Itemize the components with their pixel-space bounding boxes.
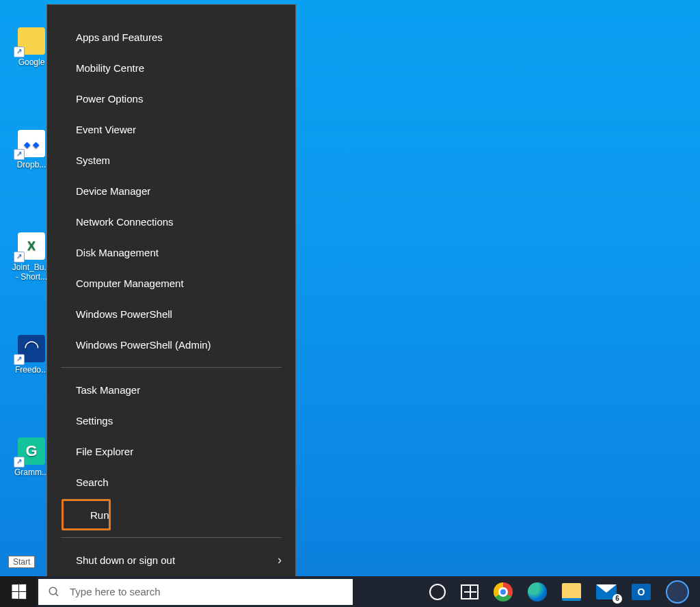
winx-item-computer-management[interactable]: Computer Management: [47, 268, 295, 299]
winx-item-label: Disk Management: [76, 247, 159, 258]
winx-item-label: System: [76, 154, 110, 166]
winx-separator: [61, 367, 282, 368]
cortana-icon[interactable]: [429, 584, 446, 600]
winx-item-device-manager[interactable]: Device Manager: [47, 176, 295, 206]
shortcut-arrow-icon: ↗: [14, 354, 25, 365]
winx-item-label: Settings: [76, 415, 113, 427]
outlook-icon[interactable]: O: [632, 584, 651, 600]
winx-item-label: Device Manager: [76, 185, 150, 197]
start-button[interactable]: [0, 576, 37, 607]
windows-logo-icon: [12, 584, 26, 599]
winx-item-label: Windows PowerShell: [76, 308, 172, 320]
winx-item-mobility-centre[interactable]: Mobility Centre: [47, 53, 295, 83]
winx-item-windows-powershell-admin-[interactable]: Windows PowerShell (Admin): [47, 329, 295, 360]
winx-item-windows-powershell[interactable]: Windows PowerShell: [47, 299, 295, 329]
search-icon: [48, 586, 60, 598]
winx-item-label: Search: [76, 476, 109, 488]
winx-item-file-explorer[interactable]: File Explorer: [47, 436, 295, 467]
winx-item-label: Mobility Centre: [76, 62, 144, 74]
winx-item-label: Task Manager: [76, 384, 140, 396]
start-tooltip: Start: [8, 556, 35, 568]
taskbar: Type here to search 6 O: [0, 576, 700, 607]
winx-item-shut-down-or-sign-out[interactable]: Shut down or sign out›: [47, 545, 295, 576]
dropbox-icon: ⬥⬥↗: [18, 130, 45, 157]
winx-item-run[interactable]: Run: [62, 499, 111, 530]
winx-item-label: Event Viewer: [76, 124, 136, 135]
winx-item-system[interactable]: System: [47, 145, 295, 176]
shortcut-arrow-icon: ↗: [14, 252, 25, 262]
winx-item-label: Windows PowerShell (Admin): [76, 339, 211, 351]
winx-item-event-viewer[interactable]: Event Viewer: [47, 114, 295, 145]
shortcut-arrow-icon: ↗: [14, 149, 25, 160]
winx-item-label: Computer Management: [76, 278, 184, 289]
grammarly-icon: G↗: [18, 437, 45, 465]
mail-icon[interactable]: 6: [596, 584, 617, 599]
winx-menu: Apps and FeaturesMobility CentrePower Op…: [46, 4, 296, 600]
file-explorer-icon[interactable]: [562, 583, 581, 601]
winx-item-label: Power Options: [76, 93, 143, 105]
chrome-icon[interactable]: [494, 582, 513, 602]
winx-item-apps-and-features[interactable]: Apps and Features: [47, 22, 295, 53]
winx-item-search[interactable]: Search: [47, 467, 295, 498]
chevron-right-icon: ›: [278, 553, 282, 567]
edge-icon[interactable]: [528, 582, 547, 602]
user-avatar-icon[interactable]: [666, 580, 689, 604]
svg-point-0: [49, 587, 57, 595]
shortcut-arrow-icon: ↗: [14, 457, 25, 468]
task-view-icon[interactable]: [461, 584, 479, 599]
winx-item-power-options[interactable]: Power Options: [47, 83, 295, 114]
mail-badge: 6: [612, 594, 622, 604]
shortcut-arrow-icon: ↗: [14, 46, 25, 57]
svg-line-1: [55, 593, 58, 596]
winx-item-task-manager[interactable]: Task Manager: [47, 375, 295, 405]
winx-item-label: Run: [90, 509, 109, 521]
winx-item-network-connections[interactable]: Network Connections: [47, 206, 295, 237]
excel-icon: X↗: [18, 232, 45, 260]
winx-item-label: Apps and Features: [76, 31, 163, 43]
search-placeholder: Type here to search: [70, 586, 161, 597]
winx-item-settings[interactable]: Settings: [47, 405, 295, 436]
winx-item-label: File Explorer: [76, 446, 133, 457]
taskbar-search[interactable]: Type here to search: [38, 579, 353, 605]
google-icon: ↗: [18, 27, 45, 55]
winx-item-disk-management[interactable]: Disk Management: [47, 237, 295, 268]
freedome-icon: ◠↗: [18, 335, 45, 362]
winx-separator: [61, 537, 282, 538]
winx-item-label: Shut down or sign out: [76, 554, 175, 566]
taskbar-tray: 6 O: [429, 580, 700, 604]
winx-item-label: Network Connections: [76, 216, 174, 228]
